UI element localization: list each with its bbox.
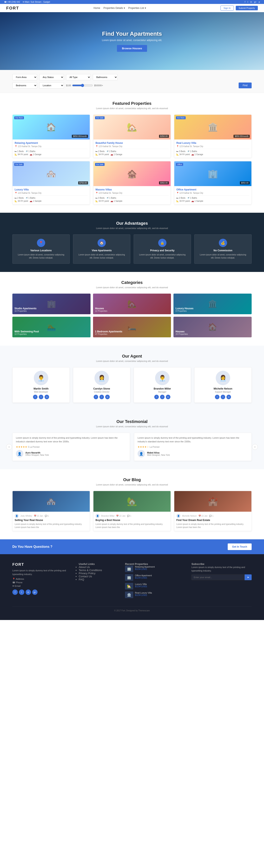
hero-cta-button[interactable]: Browse Houses (117, 45, 147, 52)
property-title-5[interactable]: Masons Villas (96, 188, 168, 191)
testimonial-author-name-0: Auro Navarith (25, 452, 49, 454)
agent-social-facebook-1[interactable]: f (94, 395, 98, 399)
property-title-3[interactable]: Real Luxury Villa (176, 142, 250, 145)
nav-properties-list[interactable]: Properties List ▾ (128, 7, 146, 9)
social-facebook[interactable]: f (245, 1, 245, 3)
property-garage-4: 🚗 1 Sample (30, 200, 41, 202)
agent-social-twitter-2[interactable]: t (160, 395, 165, 399)
agent-social-linkedin-2[interactable]: in (166, 395, 170, 399)
property-title-1[interactable]: Relaxing Apartment (14, 142, 88, 145)
property-card-2[interactable]: 🏡 For Sale $350.00 Beautiful Family Hous… (93, 115, 171, 158)
testimonial-prev-arrow[interactable]: ‹ (6, 444, 12, 450)
blog-title-1[interactable]: Buying a Best House (96, 519, 168, 522)
testimonial-stars-0: ★★★★★ 5 La Premier (16, 445, 126, 448)
agent-social-twitter-1[interactable]: t (99, 395, 104, 399)
property-features-1: 📐 94 Ft² point 🚗 1 Garage (14, 153, 88, 156)
agent-social-facebook-0[interactable]: f (33, 395, 37, 399)
agent-card-0: 👨‍💼 Martin Smith Web Developer f t in (12, 367, 70, 403)
property-card-5[interactable]: 🏚️ For Sale $950.00 Masons Villas 📍 123 … (93, 161, 171, 205)
nav-properties-details[interactable]: Properties Details ▾ (103, 7, 125, 9)
blog-title-0[interactable]: Selling Your Real House (14, 519, 88, 522)
blog-card-1[interactable]: 🏡 👤 Brandon Millar 📅 22 Jan 💬 1 Buying a… (93, 491, 171, 531)
agent-social-linkedin-3[interactable]: in (227, 395, 231, 399)
category-title-2: Luxury Houses (175, 307, 250, 310)
subscribe-button[interactable]: ➤ (244, 575, 252, 580)
search-status-select[interactable]: Any Status (39, 74, 64, 80)
agent-avatar-1: 👩‍💼 (95, 371, 109, 385)
category-title-1: Houses (95, 307, 169, 310)
property-card-6[interactable]: 🏢 Office $850.00 Office Apartment 📍 123 … (174, 161, 252, 205)
property-card-4[interactable]: 🏘️ For Sale $750.00 Luxury Villa 📍 123 K… (12, 161, 90, 205)
footer-social-google[interactable]: g+ (32, 589, 37, 595)
nav-home[interactable]: Home (94, 7, 100, 9)
footer-recent-prop-0[interactable]: 🏢 Relaxing Apartment $1234 (USD) (125, 565, 185, 572)
property-price-1: $850.00/month (72, 135, 88, 138)
advantage-icon-1: 🏠 (98, 239, 106, 247)
cta-button[interactable]: Get In Touch (228, 544, 252, 550)
social-pinterest[interactable]: p (259, 1, 260, 3)
category-card-3[interactable]: 🏊 With Swimming Pool 10 Properties (12, 317, 91, 337)
footer-useful-links-title: Useful Links (79, 562, 119, 565)
testimonial-author-location-1: Web Designer, New York (147, 454, 170, 456)
property-title-6[interactable]: Office Apartment (176, 188, 250, 191)
agent-social-twitter-3[interactable]: t (221, 395, 225, 399)
advantages-grid: 📍 Various Locations Lorem ipsum dolor si… (12, 235, 252, 264)
footer-subscribe-title: Subscribe (191, 562, 252, 565)
search-bathrooms-select[interactable]: Bathrooms (93, 74, 118, 80)
footer-description: Lorem ipsum is simply dummy text of the … (12, 569, 73, 576)
search-bedrooms-select[interactable]: Bedrooms (12, 82, 37, 89)
agent-social-facebook-2[interactable]: f (154, 395, 159, 399)
footer-link-0[interactable]: About Us (79, 565, 119, 569)
agent-social-linkedin-1[interactable]: in (105, 395, 110, 399)
find-button[interactable]: Find (239, 83, 252, 88)
category-card-0[interactable]: 🏢 Studio Apartments 16 Properties (12, 293, 91, 314)
agent-social-linkedin-0[interactable]: in (44, 395, 49, 399)
footer-social-facebook[interactable]: f (12, 589, 18, 595)
footer-link-4[interactable]: FAQ (79, 578, 119, 581)
blog-title-2[interactable]: Find Your Dream Real Estate (176, 519, 250, 522)
property-title-2[interactable]: Beautiful Family House (96, 142, 168, 145)
category-card-4[interactable]: 🛏️ 1 Bedroom Apartments 47 Properties (93, 317, 171, 337)
category-card-1[interactable]: 🏡 Houses 12 Properties (93, 293, 171, 314)
agent-social-facebook-3[interactable]: f (215, 395, 220, 399)
blog-image-0: 🏘️ (12, 491, 90, 512)
social-linkedin[interactable]: in (251, 1, 252, 3)
property-card-3[interactable]: 🏛️ For Rent $850.00/month Real Luxury Vi… (174, 115, 252, 158)
subscribe-input[interactable] (191, 575, 244, 580)
property-sqft-3: 📐 34 Ft² point (176, 153, 190, 156)
footer-link-2[interactable]: Privacy Policy (79, 572, 119, 575)
footer-link-1[interactable]: Terms & Conditions (79, 569, 119, 572)
price-range-slider[interactable] (72, 84, 93, 87)
testimonial-next-arrow[interactable]: › (252, 444, 258, 450)
testimonial-author-name-1: Mabel Alisa (147, 452, 170, 454)
footer-prop-price-3: $1234 (USD) (135, 594, 152, 596)
blog-card-2[interactable]: 🏰 👤 Michelle Nelson 📅 22 Jan 💬 1 Find Yo… (174, 491, 252, 531)
submit-property-button[interactable]: Submit Property (236, 6, 258, 10)
footer-recent-prop-2[interactable]: 🏡 Luxury Villa $1234 (USD) (125, 583, 185, 589)
social-google[interactable]: g+ (254, 1, 256, 3)
footer-link-3[interactable]: Contact Us (79, 575, 119, 578)
navbar: FORT Home Properties Details ▾ Propertie… (0, 4, 264, 12)
social-twitter[interactable]: t (248, 1, 248, 3)
footer-social-twitter[interactable]: t (19, 589, 24, 595)
property-image-5: 🏚️ For Sale $950.00 (93, 161, 171, 186)
blog-card-0[interactable]: 🏘️ 👤 Jody Whitley 📅 22 Jan 💬 1 Selling Y… (12, 491, 90, 531)
search-location-select[interactable]: Location (39, 82, 64, 89)
property-title-4[interactable]: Luxury Villa (14, 188, 88, 191)
search-type-select[interactable]: All Type (66, 74, 91, 80)
agent-social-twitter-0[interactable]: t (39, 395, 43, 399)
property-sqft-4: 📐 34 Ft² point (14, 200, 28, 202)
signin-button[interactable]: Sign In (221, 6, 234, 10)
property-card-1[interactable]: 🏠 For Rent $850.00/month Relaxing Apartm… (12, 115, 90, 158)
brand-logo[interactable]: FORT (6, 6, 19, 10)
hero-subtitle: Lorem ipsum dolor sit amet, consectetur … (102, 39, 162, 42)
footer-recent-prop-3[interactable]: 🏛️ Real Luxury Villa $1234 (USD) (125, 592, 185, 598)
footer-recent-prop-1[interactable]: 🏢 Office Apartment $1234 (USD) (125, 574, 185, 581)
footer-social-linkedin[interactable]: in (26, 589, 31, 595)
footer-grid: FORT Lorem ipsum is simply dummy text of… (12, 562, 252, 600)
property-badge-5: For Sale (95, 163, 105, 166)
category-card-2[interactable]: 🏛️ Luxury Houses 8 Properties (173, 293, 252, 314)
search-area-select[interactable]: Form Area (12, 74, 37, 80)
category-card-5[interactable]: 🏠 Houses 20 Properties (173, 317, 252, 337)
cta-section: Do You Have Questions ? Get In Touch (0, 539, 264, 554)
